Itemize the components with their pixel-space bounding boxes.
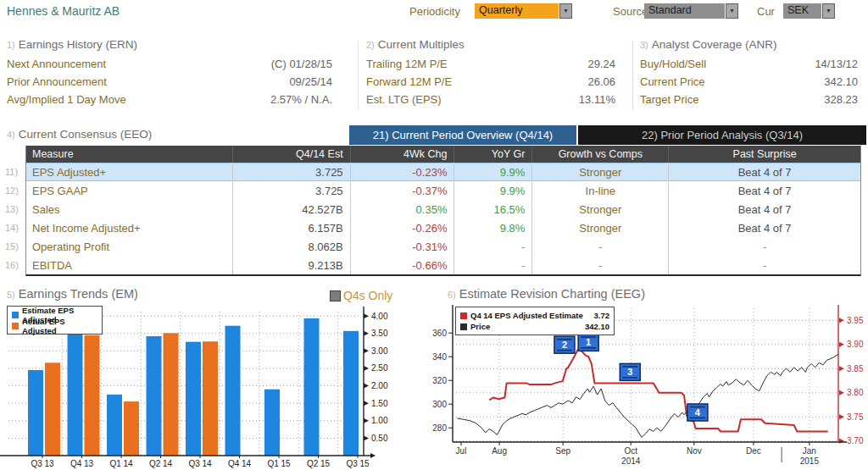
axis-tick-arrow-icon xyxy=(364,313,369,318)
tab-current-period-overview[interactable]: 21) Current Period Overview (Q4/14) xyxy=(349,125,576,145)
info-row-label: Est. LTG (EPS) xyxy=(366,93,442,106)
section-title-text: Current Multiples xyxy=(378,38,465,51)
section-number: 3) xyxy=(640,40,648,50)
actual-swatch-icon xyxy=(12,323,19,329)
actual-bar xyxy=(45,362,60,456)
legend-value: 342.10 xyxy=(585,322,609,331)
section-current-multiples: 2)Current Multiples Trailing 12M P/E29.2… xyxy=(366,38,615,108)
table-row[interactable]: Operating Profit8.062B-0.31%--- xyxy=(26,237,860,256)
x-axis-month-label: Jul xyxy=(456,446,467,456)
x-axis-month-label: Jan xyxy=(803,446,816,456)
security-title: Hennes & Mauritz AB xyxy=(7,4,120,18)
info-row: Next Announcement(C) 01/28/15 xyxy=(7,55,332,73)
cell-growth-vs-comps: Stronger xyxy=(531,200,668,218)
right-axis-tick-arrow-icon xyxy=(839,366,844,371)
left-axis-tick-label: 320 xyxy=(432,376,447,385)
row-number[interactable]: 16) xyxy=(5,256,23,274)
column-header: Growth vs Comps xyxy=(531,146,668,163)
x-axis-year-label: 2014 xyxy=(621,456,641,466)
section-title-text: Earnings History (ERN) xyxy=(19,38,137,51)
cell-growth-vs-comps: Stronger xyxy=(531,163,668,181)
info-row-value: 342.10 xyxy=(824,75,858,88)
y-axis-tick-label: 1.00 xyxy=(371,416,388,425)
price-swatch-icon xyxy=(460,323,467,330)
x-axis-month-label: Aug xyxy=(492,446,507,456)
info-row: Current Price342.10 xyxy=(640,73,858,91)
cell-measure: EBITDA xyxy=(26,256,232,274)
right-axis-tick-label: 3.70 xyxy=(847,436,864,445)
y-axis-tick-label: 2.00 xyxy=(371,381,388,390)
info-row-value: 09/25/14 xyxy=(289,75,332,88)
axis-tick-arrow-icon xyxy=(364,418,369,423)
event-marker-2[interactable]: 2 xyxy=(554,336,575,353)
y-axis-tick-label: 2.50 xyxy=(371,363,388,373)
periodicity-chevron-down-icon[interactable]: ▼ xyxy=(559,3,572,19)
row-number[interactable]: 14) xyxy=(5,218,23,237)
left-axis-tick-label: 300 xyxy=(432,400,447,409)
left-axis-tick-label: 360 xyxy=(432,329,447,338)
legend-label: Actual EPS Adjusted xyxy=(22,317,97,335)
table-row[interactable]: EPS GAAP3.725-0.37%9.9%In-lineBeat 4 of … xyxy=(26,181,860,200)
info-row-value: 13.11% xyxy=(579,93,615,106)
currency-select[interactable]: SEK xyxy=(783,3,821,19)
right-axis-tick-arrow-icon xyxy=(839,342,844,347)
column-header: YoY Gr xyxy=(453,146,531,163)
estimate-bar xyxy=(28,370,43,456)
row-number[interactable]: 13) xyxy=(5,200,23,218)
q4s-only-toggle[interactable]: Q4s Only xyxy=(330,289,392,302)
info-row-label: Forward 12M P/E xyxy=(366,75,452,88)
cell-past-surprise: Beat 4 of 7 xyxy=(668,181,860,200)
right-axis-tick-label: 3.90 xyxy=(847,340,864,349)
info-row-label: Avg/Implied 1 Day Move xyxy=(7,93,126,106)
x-axis-month-label: Sep xyxy=(555,446,570,456)
event-marker-1[interactable]: 1 xyxy=(578,334,598,351)
table-row[interactable]: EPS Adjusted+3.725-0.23%9.9%StrongerBeat… xyxy=(26,163,860,181)
actual-bar xyxy=(124,401,139,456)
app-canvas: Hennes & Mauritz AB Periodicity Quarterl… xyxy=(0,0,868,470)
event-marker-3[interactable]: 3 xyxy=(620,363,640,380)
q4s-only-label: Q4s Only xyxy=(343,289,392,302)
row-number[interactable]: 15) xyxy=(5,237,23,256)
estimate-bar xyxy=(186,342,201,456)
y-axis-tick-label: 0.50 xyxy=(371,434,388,443)
tab-prior-period-analysis[interactable]: 22) Prior Period Analysis (Q3/14) xyxy=(578,125,866,145)
event-marker-4[interactable]: 4 xyxy=(687,404,708,421)
estimate-revision-title: 6)Estimate Revision Charting (EEG) xyxy=(448,287,645,301)
cell-4wk-chg: -0.26% xyxy=(350,218,454,237)
cell-growth-vs-comps: In-line xyxy=(531,181,668,200)
cell-yoy-gr: 9.9% xyxy=(453,163,531,181)
table-row[interactable]: Sales42.527B0.35%16.5%StrongerBeat 4 of … xyxy=(26,200,860,218)
currency-chevron-down-icon[interactable]: ▼ xyxy=(822,3,835,19)
right-axis-tick-arrow-icon xyxy=(839,390,844,395)
info-row: Avg/Implied 1 Day Move2.57% / N.A. xyxy=(7,91,332,108)
section-title-text: Earnings Trends (EM) xyxy=(19,287,138,301)
row-number[interactable]: 11) xyxy=(5,163,23,181)
axis-tick-arrow-icon xyxy=(364,401,369,406)
cell-estimate: 42.527B xyxy=(232,200,350,218)
section-title: 2)Current Multiples xyxy=(366,38,615,55)
section-number: 4) xyxy=(7,130,15,140)
cell-4wk-chg: -0.23% xyxy=(350,163,454,181)
x-axis-month-label: Dec xyxy=(746,446,761,456)
legend-value: 3.72 xyxy=(594,311,610,320)
estimate-bar xyxy=(225,326,241,456)
source-select[interactable]: Standard xyxy=(644,3,725,19)
cell-estimate: 9.213B xyxy=(232,256,350,274)
estimate-bar xyxy=(68,331,83,456)
event-marker-number: 1 xyxy=(586,337,591,347)
consensus-section-title: 4)Current Consensus (EEO) xyxy=(7,128,152,141)
row-number[interactable]: 12) xyxy=(5,181,23,200)
cell-measure: EPS Adjusted+ xyxy=(26,163,232,181)
right-axis-tick-arrow-icon xyxy=(839,439,844,444)
cell-yoy-gr: 9.9% xyxy=(453,181,531,200)
source-chevron-down-icon[interactable]: ▼ xyxy=(726,3,738,19)
table-row[interactable]: EBITDA9.213B-0.66%--- xyxy=(26,256,860,274)
cell-yoy-gr: - xyxy=(453,237,531,256)
periodicity-select[interactable]: Quarterly xyxy=(475,3,559,19)
info-row-value: 29.24 xyxy=(587,58,615,70)
periodicity-label: Periodicity xyxy=(409,5,460,18)
legend-item: Price342.10 xyxy=(460,321,609,332)
left-axis-tick-label: 280 xyxy=(432,423,447,433)
table-row[interactable]: Net Income Adjusted+6.157B-0.26%9.8%Stro… xyxy=(26,218,860,237)
info-row: Trailing 12M P/E29.24 xyxy=(366,55,615,73)
